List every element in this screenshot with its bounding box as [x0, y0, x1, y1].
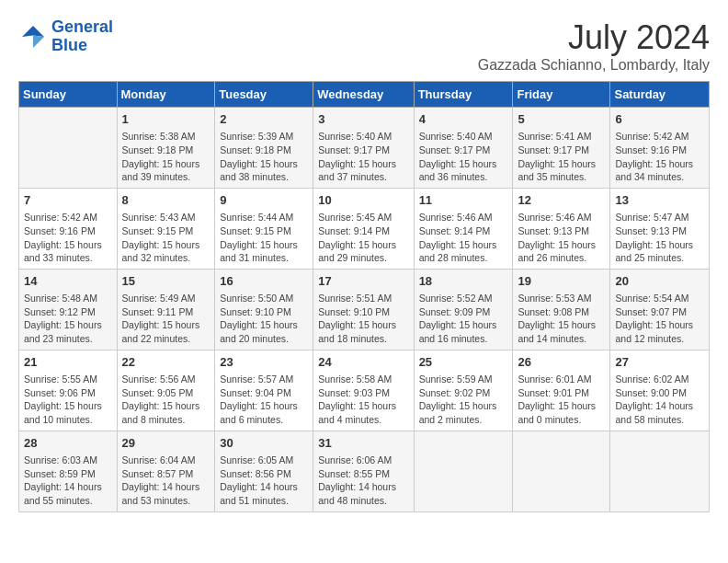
calendar-cell: 22Sunrise: 5:56 AM Sunset: 9:05 PM Dayli… [117, 350, 215, 431]
day-number: 2 [220, 111, 308, 128]
day-info: Sunrise: 5:58 AM Sunset: 9:03 PM Dayligh… [318, 373, 408, 427]
day-number: 18 [419, 273, 508, 290]
page-header: General Blue July 2024 Gazzada Schianno,… [18, 18, 710, 74]
day-info: Sunrise: 5:56 AM Sunset: 9:05 PM Dayligh… [122, 373, 210, 427]
location: Gazzada Schianno, Lombardy, Italy [478, 57, 710, 74]
calendar-cell: 24Sunrise: 5:58 AM Sunset: 9:03 PM Dayli… [313, 350, 414, 431]
day-number: 25 [419, 354, 508, 371]
calendar-week-row: 7Sunrise: 5:42 AM Sunset: 9:16 PM Daylig… [19, 188, 710, 269]
day-info: Sunrise: 5:46 AM Sunset: 9:14 PM Dayligh… [419, 211, 508, 265]
day-number: 9 [220, 192, 308, 209]
calendar-header-row: SundayMondayTuesdayWednesdayThursdayFrid… [19, 82, 710, 108]
day-info: Sunrise: 5:45 AM Sunset: 9:14 PM Dayligh… [318, 211, 408, 265]
day-info: Sunrise: 5:50 AM Sunset: 9:10 PM Dayligh… [220, 292, 308, 346]
day-number: 29 [122, 435, 210, 452]
calendar-week-row: 21Sunrise: 5:55 AM Sunset: 9:06 PM Dayli… [19, 350, 710, 431]
day-info: Sunrise: 5:59 AM Sunset: 9:02 PM Dayligh… [419, 373, 508, 427]
svg-marker-1 [33, 35, 44, 48]
column-header-tuesday: Tuesday [215, 82, 313, 108]
day-number: 11 [419, 192, 508, 209]
calendar-cell: 10Sunrise: 5:45 AM Sunset: 9:14 PM Dayli… [313, 188, 414, 269]
day-number: 15 [122, 273, 210, 290]
calendar-cell: 31Sunrise: 6:06 AM Sunset: 8:55 PM Dayli… [313, 431, 414, 511]
calendar-cell: 27Sunrise: 6:02 AM Sunset: 9:00 PM Dayli… [610, 350, 710, 431]
day-number: 3 [318, 111, 408, 128]
calendar-cell: 1Sunrise: 5:38 AM Sunset: 9:18 PM Daylig… [117, 108, 215, 189]
day-info: Sunrise: 5:51 AM Sunset: 9:10 PM Dayligh… [318, 292, 408, 346]
day-info: Sunrise: 5:39 AM Sunset: 9:18 PM Dayligh… [220, 130, 308, 184]
column-header-sunday: Sunday [19, 82, 118, 108]
month-title: July 2024 [478, 18, 710, 57]
day-info: Sunrise: 5:53 AM Sunset: 9:08 PM Dayligh… [518, 292, 605, 346]
calendar-cell: 6Sunrise: 5:42 AM Sunset: 9:16 PM Daylig… [610, 108, 710, 189]
calendar-cell: 11Sunrise: 5:46 AM Sunset: 9:14 PM Dayli… [414, 188, 513, 269]
day-number: 23 [220, 354, 308, 371]
day-info: Sunrise: 6:01 AM Sunset: 9:01 PM Dayligh… [518, 373, 605, 427]
day-number: 28 [24, 435, 112, 452]
day-info: Sunrise: 5:40 AM Sunset: 9:17 PM Dayligh… [419, 130, 508, 184]
day-info: Sunrise: 6:04 AM Sunset: 8:57 PM Dayligh… [122, 454, 210, 508]
calendar-cell: 9Sunrise: 5:44 AM Sunset: 9:15 PM Daylig… [215, 188, 313, 269]
calendar-cell [414, 431, 513, 511]
calendar-cell: 20Sunrise: 5:54 AM Sunset: 9:07 PM Dayli… [610, 269, 710, 350]
day-info: Sunrise: 6:02 AM Sunset: 9:00 PM Dayligh… [615, 373, 704, 427]
calendar-cell [19, 108, 118, 189]
day-number: 21 [24, 354, 112, 371]
day-number: 4 [419, 111, 508, 128]
calendar-cell: 21Sunrise: 5:55 AM Sunset: 9:06 PM Dayli… [19, 350, 118, 431]
calendar-cell: 4Sunrise: 5:40 AM Sunset: 9:17 PM Daylig… [414, 108, 513, 189]
calendar-cell: 29Sunrise: 6:04 AM Sunset: 8:57 PM Dayli… [117, 431, 215, 511]
day-info: Sunrise: 5:48 AM Sunset: 9:12 PM Dayligh… [24, 292, 112, 346]
logo-general: General [51, 17, 113, 36]
calendar-cell: 28Sunrise: 6:03 AM Sunset: 8:59 PM Dayli… [19, 431, 118, 511]
day-number: 7 [24, 192, 112, 209]
day-info: Sunrise: 5:42 AM Sunset: 9:16 PM Dayligh… [24, 211, 112, 265]
day-number: 13 [615, 192, 704, 209]
day-number: 12 [518, 192, 605, 209]
day-info: Sunrise: 6:05 AM Sunset: 8:56 PM Dayligh… [220, 454, 308, 508]
day-info: Sunrise: 5:47 AM Sunset: 9:13 PM Dayligh… [615, 211, 704, 265]
calendar-cell: 12Sunrise: 5:46 AM Sunset: 9:13 PM Dayli… [513, 188, 610, 269]
calendar-cell [610, 431, 710, 511]
calendar-week-row: 1Sunrise: 5:38 AM Sunset: 9:18 PM Daylig… [19, 108, 710, 189]
day-number: 30 [220, 435, 308, 452]
calendar-week-row: 28Sunrise: 6:03 AM Sunset: 8:59 PM Dayli… [19, 431, 710, 511]
day-info: Sunrise: 6:06 AM Sunset: 8:55 PM Dayligh… [318, 454, 408, 508]
logo-icon [18, 22, 48, 52]
calendar-cell: 13Sunrise: 5:47 AM Sunset: 9:13 PM Dayli… [610, 188, 710, 269]
day-number: 27 [615, 354, 704, 371]
day-info: Sunrise: 5:54 AM Sunset: 9:07 PM Dayligh… [615, 292, 704, 346]
day-number: 17 [318, 273, 408, 290]
calendar-cell: 15Sunrise: 5:49 AM Sunset: 9:11 PM Dayli… [117, 269, 215, 350]
calendar-cell: 3Sunrise: 5:40 AM Sunset: 9:17 PM Daylig… [313, 108, 414, 189]
day-info: Sunrise: 5:57 AM Sunset: 9:04 PM Dayligh… [220, 373, 308, 427]
day-info: Sunrise: 5:41 AM Sunset: 9:17 PM Dayligh… [518, 130, 605, 184]
calendar-cell: 16Sunrise: 5:50 AM Sunset: 9:10 PM Dayli… [215, 269, 313, 350]
logo-blue: Blue [51, 36, 87, 54]
calendar-table: SundayMondayTuesdayWednesdayThursdayFrid… [18, 81, 710, 512]
svg-marker-0 [22, 26, 44, 37]
calendar-cell: 14Sunrise: 5:48 AM Sunset: 9:12 PM Dayli… [19, 269, 118, 350]
calendar-cell: 25Sunrise: 5:59 AM Sunset: 9:02 PM Dayli… [414, 350, 513, 431]
day-info: Sunrise: 5:49 AM Sunset: 9:11 PM Dayligh… [122, 292, 210, 346]
calendar-cell [513, 431, 610, 511]
day-number: 10 [318, 192, 408, 209]
column-header-saturday: Saturday [610, 82, 710, 108]
day-info: Sunrise: 5:43 AM Sunset: 9:15 PM Dayligh… [122, 211, 210, 265]
day-info: Sunrise: 5:40 AM Sunset: 9:17 PM Dayligh… [318, 130, 408, 184]
day-number: 14 [24, 273, 112, 290]
day-info: Sunrise: 5:55 AM Sunset: 9:06 PM Dayligh… [24, 373, 112, 427]
calendar-cell: 5Sunrise: 5:41 AM Sunset: 9:17 PM Daylig… [513, 108, 610, 189]
calendar-cell: 17Sunrise: 5:51 AM Sunset: 9:10 PM Dayli… [313, 269, 414, 350]
calendar-week-row: 14Sunrise: 5:48 AM Sunset: 9:12 PM Dayli… [19, 269, 710, 350]
calendar-cell: 8Sunrise: 5:43 AM Sunset: 9:15 PM Daylig… [117, 188, 215, 269]
day-number: 20 [615, 273, 704, 290]
column-header-monday: Monday [117, 82, 215, 108]
day-number: 5 [518, 111, 605, 128]
title-block: July 2024 Gazzada Schianno, Lombardy, It… [478, 18, 710, 74]
calendar-cell: 30Sunrise: 6:05 AM Sunset: 8:56 PM Dayli… [215, 431, 313, 511]
day-number: 24 [318, 354, 408, 371]
day-info: Sunrise: 5:52 AM Sunset: 9:09 PM Dayligh… [419, 292, 508, 346]
day-number: 1 [122, 111, 210, 128]
day-number: 31 [318, 435, 408, 452]
